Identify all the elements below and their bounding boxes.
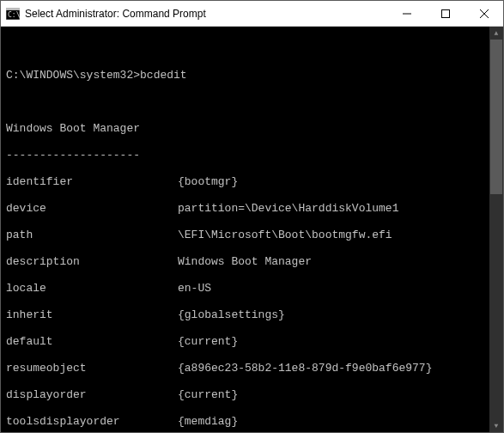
minimize-button[interactable] [387,1,426,26]
svg-rect-4 [441,9,449,17]
cmd-icon: C:\ [6,7,20,21]
kv-key: path [6,229,178,242]
svg-text:C:\: C:\ [8,11,20,19]
titlebar[interactable]: C:\ Select Administrator: Command Prompt [1,1,503,27]
maximize-button[interactable] [426,1,465,26]
kv-key: inherit [6,308,178,322]
kv-key: default [6,335,178,349]
kv-row: inherit{globalsettings} [6,308,501,322]
kv-value: partition=\Device\HarddiskVolume1 [178,202,398,216]
close-button[interactable] [465,1,503,26]
kv-value: {memdiag} [178,415,238,429]
kv-value: Windows Boot Manager [178,255,312,269]
kv-row: toolsdisplayorder{memdiag} [6,415,501,429]
vertical-scrollbar[interactable]: ▲ ▼ [489,27,503,432]
kv-row: devicepartition=\Device\HarddiskVolume1 [6,202,501,216]
kv-row: localeen-US [6,282,501,296]
kv-key: locale [6,282,178,296]
window-title: Select Administrator: Command Prompt [25,8,387,20]
window-controls [387,1,503,26]
kv-value: {globalsettings} [178,308,285,322]
kv-key: device [6,202,178,216]
terminal-output[interactable]: C:\WINDOWS\system32>bcdedit Windows Boot… [1,27,503,432]
kv-value: {a896ec23-58b2-11e8-879d-f9e0baf6e977} [178,362,432,375]
prompt-line: C:\WINDOWS\system32>bcdedit [6,69,501,82]
kv-value: {bootmgr} [178,175,238,189]
kv-row: resumeobject{a896ec23-58b2-11e8-879d-f9e… [6,362,501,375]
kv-row: identifier{bootmgr} [6,175,501,189]
kv-value: {current} [178,388,238,402]
scroll-up-icon[interactable]: ▲ [489,27,503,40]
scroll-down-icon[interactable]: ▼ [489,419,503,432]
kv-value: en-US [178,282,211,296]
kv-key: resumeobject [6,362,178,375]
kv-row: default{current} [6,335,501,349]
kv-value: \EFI\Microsoft\Boot\bootmgfw.efi [178,229,392,242]
kv-key: displayorder [6,388,178,402]
section-heading: Windows Boot Manager [6,122,501,136]
section-rule: -------------------- [6,149,501,162]
kv-key: toolsdisplayorder [6,415,178,429]
prompt-path: C:\WINDOWS\system32> [6,69,140,82]
kv-value: {current} [178,335,238,349]
svg-rect-1 [6,8,20,10]
scroll-thumb[interactable] [490,40,502,194]
command-text: bcdedit [140,69,187,82]
kv-row: displayorder{current} [6,388,501,402]
kv-row: path\EFI\Microsoft\Boot\bootmgfw.efi [6,229,501,242]
command-prompt-window: C:\ Select Administrator: Command Prompt… [0,0,504,433]
kv-key: description [6,255,178,269]
kv-row: descriptionWindows Boot Manager [6,255,501,269]
kv-key: identifier [6,175,178,189]
